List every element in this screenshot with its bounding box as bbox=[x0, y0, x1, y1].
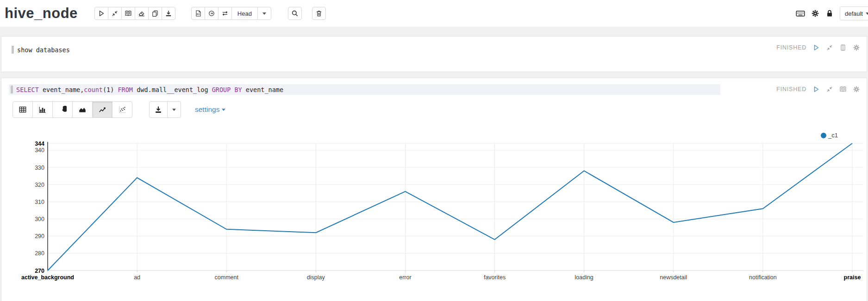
download-icon bbox=[154, 105, 162, 114]
chevron-down-icon bbox=[172, 109, 176, 111]
chart-area: 344340330320310300290280270active_backgr… bbox=[1, 118, 867, 289]
pie-chart-icon bbox=[58, 105, 67, 114]
y-axis-label: 320 bbox=[35, 182, 44, 188]
y-axis-label: 300 bbox=[35, 216, 44, 222]
y-axis-label: 340 bbox=[35, 147, 44, 154]
trash-icon bbox=[315, 10, 323, 17]
clear-output-button[interactable] bbox=[135, 7, 149, 20]
collapse-code-button[interactable] bbox=[108, 7, 122, 20]
paragraph-sql-chart: SELECT event_name,count(1) FROM dwd.mall… bbox=[1, 78, 867, 301]
expand-paragraph-button[interactable] bbox=[826, 86, 833, 93]
set-revision-button[interactable] bbox=[205, 7, 219, 20]
x-axis-label: ad bbox=[134, 274, 140, 281]
run-paragraph-button[interactable] bbox=[812, 44, 820, 51]
chart-toolbar: settings bbox=[12, 101, 867, 118]
sql-keyword: GROUP BY bbox=[212, 86, 242, 93]
sql-text: event_name, bbox=[39, 86, 84, 93]
y-axis-label: 270 bbox=[35, 268, 44, 274]
pie-chart-button[interactable] bbox=[52, 101, 73, 118]
y-axis-label: 290 bbox=[35, 233, 44, 240]
chart-type-group bbox=[12, 101, 132, 118]
x-axis-label: loading bbox=[575, 274, 593, 281]
scatter-chart-button[interactable] bbox=[112, 101, 132, 118]
y-axis-label: 310 bbox=[35, 199, 44, 205]
note-header: hive_node Head bbox=[0, 0, 868, 27]
run-all-icon bbox=[98, 10, 105, 17]
text-cursor bbox=[11, 86, 13, 93]
book-icon bbox=[839, 86, 847, 93]
revision-group: Head bbox=[191, 7, 271, 20]
settings-toggle[interactable]: settings bbox=[195, 105, 225, 114]
chevron-down-icon bbox=[262, 12, 266, 15]
expand-paragraph-button[interactable] bbox=[826, 44, 833, 51]
eraser-icon bbox=[138, 10, 145, 17]
line-chart-svg: 344340330320310300290280270active_backgr… bbox=[1, 118, 868, 287]
code-editor[interactable]: show databases bbox=[1, 37, 867, 54]
commit-button[interactable] bbox=[191, 7, 205, 20]
page-icon bbox=[839, 44, 847, 51]
run-paragraph-button[interactable] bbox=[812, 86, 820, 93]
lock-icon bbox=[825, 9, 834, 18]
compress-icon bbox=[826, 44, 833, 51]
sql-editor[interactable]: SELECT event_name,count(1) FROM dwd.mall… bbox=[9, 84, 720, 95]
paragraph-settings-button[interactable] bbox=[853, 86, 860, 93]
paragraph-show-databases: show databases FINISHED bbox=[1, 36, 867, 72]
paragraph-settings-button[interactable] bbox=[853, 44, 860, 51]
run-all-button[interactable] bbox=[94, 7, 108, 20]
sql-text: event_name bbox=[242, 86, 283, 93]
sql-text: dwd.mall__event_log bbox=[133, 86, 212, 93]
y-axis-label: 344 bbox=[35, 141, 44, 147]
keyboard-shortcuts-button[interactable] bbox=[796, 9, 805, 18]
y-axis-label: 330 bbox=[35, 165, 44, 171]
paragraph-status-row: FINISHED bbox=[776, 44, 860, 51]
area-chart-button[interactable] bbox=[72, 101, 93, 118]
table-view-button[interactable] bbox=[12, 101, 33, 118]
delete-note-button[interactable] bbox=[312, 7, 326, 20]
y-axis-label: 280 bbox=[35, 250, 44, 257]
show-editor-button[interactable] bbox=[839, 86, 847, 93]
code-text: show databases bbox=[17, 46, 70, 54]
view-mode-dropdown[interactable]: default bbox=[840, 6, 868, 20]
interpreter-settings-button[interactable] bbox=[811, 9, 819, 18]
view-mode-label: default bbox=[845, 10, 863, 17]
compare-arrows-icon bbox=[221, 10, 229, 17]
search-button[interactable] bbox=[288, 7, 302, 20]
x-axis-label: error bbox=[399, 274, 411, 281]
show-editor-button[interactable] bbox=[839, 44, 847, 51]
x-axis-label: favorites bbox=[484, 274, 506, 281]
search-icon bbox=[291, 10, 299, 17]
clone-icon bbox=[151, 10, 159, 17]
play-icon bbox=[812, 86, 820, 93]
area-chart-icon bbox=[78, 105, 87, 114]
head-version-label: Head bbox=[237, 10, 252, 17]
download-data-button[interactable] bbox=[149, 101, 168, 118]
sql-text: (1) bbox=[103, 86, 118, 93]
x-axis-label: display bbox=[307, 274, 325, 281]
sql-keyword: SELECT bbox=[16, 86, 39, 93]
data-line bbox=[48, 143, 852, 270]
header-right: default bbox=[796, 6, 868, 20]
file-code-icon bbox=[194, 10, 202, 17]
sql-keyword: FROM bbox=[118, 86, 133, 93]
legend-dot bbox=[821, 133, 826, 138]
compare-revisions-button[interactable] bbox=[218, 7, 232, 20]
keyboard-icon bbox=[796, 9, 805, 18]
note-title: hive_node bbox=[5, 5, 78, 22]
line-chart-button[interactable] bbox=[92, 101, 112, 118]
note-permissions-button[interactable] bbox=[825, 9, 834, 18]
book-icon bbox=[125, 10, 132, 17]
compress-icon bbox=[826, 86, 833, 93]
table-icon bbox=[19, 105, 27, 114]
download-options-caret[interactable] bbox=[167, 101, 181, 118]
head-version-dropdown[interactable]: Head bbox=[231, 7, 258, 20]
bar-chart-button[interactable] bbox=[32, 101, 53, 118]
line-chart-icon bbox=[98, 105, 106, 114]
scatter-chart-icon bbox=[118, 105, 126, 114]
show-output-button[interactable] bbox=[121, 7, 135, 20]
head-version-caret-button[interactable] bbox=[257, 7, 271, 20]
export-note-button[interactable] bbox=[162, 7, 175, 20]
clone-note-button[interactable] bbox=[148, 7, 162, 20]
download-group bbox=[149, 101, 181, 118]
chart-legend[interactable]: _c1 bbox=[821, 132, 838, 139]
play-icon bbox=[812, 44, 820, 51]
